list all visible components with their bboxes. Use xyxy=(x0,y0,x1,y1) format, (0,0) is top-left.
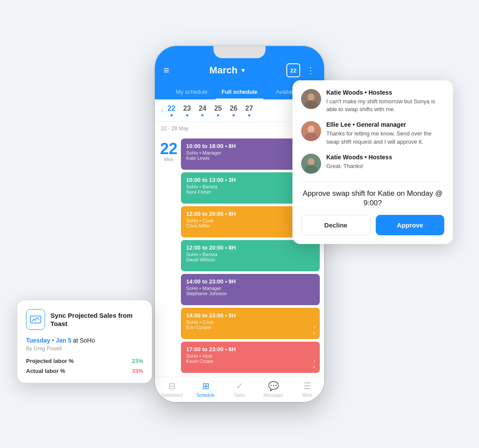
calendar-icon[interactable]: 22 xyxy=(286,63,300,77)
svg-point-1 xyxy=(308,93,315,101)
month-title[interactable]: March ▼ xyxy=(210,65,246,76)
nav-dashboard-label: Dashboard xyxy=(161,393,183,398)
date-item-23[interactable]: 23 xyxy=(183,105,191,116)
sales-meta: Tuesday • Jan 5 at SoHo By Greg Powell xyxy=(26,337,143,352)
shift-name: Kevin Crown xyxy=(186,359,315,364)
date-item-26[interactable]: 26 xyxy=(230,105,238,116)
shift-role: SoHo • Manager xyxy=(186,286,315,291)
sales-header: Sync Projected Sales from Toast xyxy=(26,309,143,330)
stat-label-projected: Projected labor % xyxy=(26,358,74,364)
chat-name-1: Katie Woods • Hostess xyxy=(326,89,444,96)
nav-messages-label: Messages xyxy=(263,393,283,398)
nav-messages[interactable]: 💬 Messages xyxy=(256,381,290,398)
svg-point-4 xyxy=(308,125,315,133)
chat-text-1: I can't make my shift tomorrow but Sonya… xyxy=(326,98,444,113)
stat-value-projected: 23% xyxy=(132,358,143,364)
tab-full-schedule[interactable]: Full schedule xyxy=(216,84,263,99)
sales-title: Sync Projected Sales from Toast xyxy=(50,311,143,328)
header-icons: 22 ⋮ xyxy=(286,63,315,77)
nav-dashboard[interactable]: ⊟ Dashboard xyxy=(155,381,189,398)
sales-location: at SoHo xyxy=(73,337,95,344)
chat-text-3: Great. Thanks! xyxy=(326,162,392,170)
date-item-25[interactable]: 25 xyxy=(214,105,222,116)
date-dot xyxy=(217,114,219,116)
sales-by: By Greg Powell xyxy=(26,346,143,352)
tab-full-schedule-label: Full schedule xyxy=(221,89,257,95)
stat-row-projected: Projected labor % 23% xyxy=(26,358,143,364)
date-num: 24 xyxy=(199,105,207,112)
menu-icon[interactable]: ≡ xyxy=(164,66,169,75)
tab-my-schedule-label: My schedule xyxy=(176,89,208,95)
date-item-22[interactable]: 22 xyxy=(167,105,175,116)
phone-notch xyxy=(213,46,266,58)
shift-card[interactable]: 14:00 to 23:00 • 9H SoHo • Manager Steph… xyxy=(181,274,320,305)
nav-schedule[interactable]: ⊞ Schedule xyxy=(189,381,223,398)
shift-role: SoHo • Cook xyxy=(186,320,315,325)
date-num: 25 xyxy=(214,105,222,112)
sales-card: Sync Projected Sales from Toast Tuesday … xyxy=(17,300,152,383)
chat-message-1: Katie Woods • Hostess I can't make my sh… xyxy=(301,89,444,113)
bottom-nav: ⊟ Dashboard ⊞ Schedule ✓ Tasks 💬 Message… xyxy=(155,377,324,402)
shift-name: David Willson xyxy=(186,257,315,262)
month-dropdown-icon: ▼ xyxy=(240,67,246,74)
schedule-icon: ⊞ xyxy=(202,381,210,391)
stat-value-actual: 33% xyxy=(132,368,143,374)
date-num: 22 xyxy=(167,105,175,112)
shift-time: 14:00 to 23:00 • 9H xyxy=(186,312,315,319)
decline-button[interactable]: Decline xyxy=(301,215,371,235)
shift-icons: ✓ ≡ xyxy=(313,325,316,336)
tasks-icon: ✓ xyxy=(236,381,243,391)
avatar-katie1 xyxy=(301,89,321,109)
chat-message-2: Ellie Lee • General manager Thanks for l… xyxy=(301,121,444,145)
shift-icons: ✓ ≡ xyxy=(313,359,316,369)
day-column: 22 Mon xyxy=(155,135,181,377)
date-dot xyxy=(248,114,250,116)
shift-card[interactable]: 12:00 to 20:00 • 8H SoHo • Barista David… xyxy=(181,240,320,271)
nav-more[interactable]: ☰ More xyxy=(290,381,324,398)
svg-point-7 xyxy=(308,158,315,166)
approve-question: Approve swap shift for Katie on Monday @… xyxy=(301,189,444,208)
date-num: 26 xyxy=(230,105,238,112)
date-num: 23 xyxy=(183,105,191,112)
sales-date: Tuesday • Jan 5 at SoHo xyxy=(26,337,143,344)
shift-card[interactable]: 17:00 to 23:00 • 6H SoHo • Host Kevin Cr… xyxy=(181,342,320,373)
date-item-24[interactable]: 24 xyxy=(199,105,207,116)
date-item-27[interactable]: 27 xyxy=(245,105,253,116)
avatar-ellie xyxy=(301,121,321,141)
chat-name-3: Katie Woods • Hostess xyxy=(326,154,392,161)
stat-row-actual: Actual labor % 33% xyxy=(26,368,143,374)
messages-icon: 💬 xyxy=(268,381,279,391)
date-dot xyxy=(171,114,173,116)
date-num: 27 xyxy=(245,105,253,112)
shift-card[interactable]: 14:00 to 23:00 • 9H SoHo • Cook Erin Coo… xyxy=(181,308,320,339)
nav-more-label: More xyxy=(302,393,312,398)
shift-time: 12:00 to 20:00 • 8H xyxy=(186,244,315,251)
header-top: ≡ March ▼ 22 ⋮ xyxy=(164,63,315,77)
chat-body-3: Katie Woods • Hostess Great. Thanks! xyxy=(326,154,392,174)
shift-name: Stephanie Johnson xyxy=(186,291,315,296)
tab-my-schedule[interactable]: My schedule xyxy=(168,84,216,99)
approve-button[interactable]: Approve xyxy=(376,215,444,235)
nav-schedule-label: Schedule xyxy=(197,393,215,398)
chat-card: Katie Woods • Hostess I can't make my sh… xyxy=(292,80,453,244)
overflow-menu-icon[interactable]: ⋮ xyxy=(306,65,315,76)
approve-buttons: Decline Approve xyxy=(301,215,444,235)
chat-message-3: Katie Woods • Hostess Great. Thanks! xyxy=(301,154,444,174)
nav-tasks[interactable]: ✓ Tasks xyxy=(223,381,256,398)
more-icon: ☰ xyxy=(303,381,311,391)
nav-tasks-label: Tasks xyxy=(234,393,245,398)
prev-week-button[interactable]: ‹ xyxy=(161,107,167,115)
shift-time: 14:00 to 23:00 • 9H xyxy=(186,278,315,285)
sales-icon xyxy=(26,309,45,330)
avatar-katie2 xyxy=(301,154,321,174)
day-number: 22 xyxy=(160,141,177,157)
dashboard-icon: ⊟ xyxy=(168,381,176,391)
stat-label-actual: Actual labor % xyxy=(26,368,65,374)
day-label: Mon xyxy=(164,157,173,162)
shift-role: SoHo • Barista xyxy=(186,252,315,257)
sales-stats: Projected labor % 23% Actual labor % 33% xyxy=(26,358,143,374)
chat-name-2: Ellie Lee • General manager xyxy=(326,121,444,128)
shift-role: SoHo • Host xyxy=(186,353,315,359)
date-dot xyxy=(186,114,188,116)
date-dot xyxy=(233,114,235,116)
